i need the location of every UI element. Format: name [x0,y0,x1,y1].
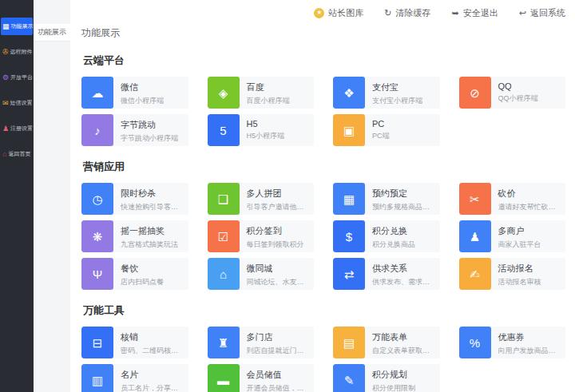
webmaster-gallery-link[interactable]: ★ 站长图库 [314,7,363,19]
avatar: ★ [314,8,324,18]
card-points-checkin[interactable]: ☑ 积分签到 每日签到领取积分 [208,220,315,252]
secondary-sidebar: 功能展示 [34,0,70,392]
card-text: 积分签到 每日签到领取积分 [240,220,307,252]
card-h5[interactable]: 5 H5 H5小程序端 [208,114,315,146]
sidebar-item-label: 远程附件 [10,48,33,56]
card-subtitle: 供求发布、需求匹配 [372,277,437,287]
card-points-rules[interactable]: ✎ 积分规划 积分使用限制 [333,364,440,392]
card-text: 多人拼团 引导客户邀请他人一起购买 [240,183,315,215]
card-text: 核销 密码、二维码核销自提订单 [113,327,188,358]
mail-icon: ✉ [2,100,9,107]
card-local-city[interactable]: ⌂ 微同城 同城论坛、水友交流 [208,258,315,290]
card-title: 多人拼团 [247,188,311,200]
subnav-tab-features[interactable]: 功能展示 [34,24,70,42]
card-shake-lottery[interactable]: ❋ 摇一摇抽奖 九宫格式抽奖玩法 [81,220,188,252]
card-redeem[interactable]: ⊟ 核销 密码、二维码核销自提订单 [81,327,188,358]
card-group-buy[interactable]: ❑ 多人拼团 引导客户邀请他人一起购买 [208,183,315,215]
card-subtitle: 开通会员储值，可余额支付 [247,383,311,392]
card-title: 百度 [247,81,290,93]
card-qq[interactable]: ⊘ QQ QQ小程序端 [459,77,566,109]
id-card-icon: ▥ [81,364,113,392]
card-wechat[interactable]: ☁ 微信 微信小程序端 [81,77,188,109]
card-subtitle: 向用户发放商品优惠券 [498,346,563,356]
signup-form-icon: ✍ [459,258,491,290]
card-grid-tools: ⊟ 核销 密码、二维码核销自提订单 ♜ 多门店 到店自提就近门店选择 [81,327,565,392]
card-coupon[interactable]: % 优惠券 向用户发放商品优惠券 [459,327,566,358]
card-event-signup[interactable]: ✍ 活动报名 活动报名审核 [459,258,566,290]
sidebar-item-label: 功能展示 [11,22,34,30]
section-cloud-platform: 云端平台 ☁ 微信 微信小程序端 ◈ 百度 [81,53,565,146]
swap-arrows-icon: ⇄ [333,258,365,290]
card-subtitle: 微信小程序端 [121,96,164,106]
card-flash-sale[interactable]: ◷ 限时秒杀 快速抢购引导客户更多消费 [81,183,188,215]
card-bargain[interactable]: ✂ 砍价 邀请好友帮忙砍价，带动新客 [459,183,566,215]
card-universal-form[interactable]: ▤ 万能表单 自定义表单获取用户信息 [333,327,440,358]
qq-icon: ⊘ [459,77,491,109]
card-booking[interactable]: ▦ 预约预定 预约多规格商品、预约选座 [333,183,440,215]
card-multi-store[interactable]: ♜ 多门店 到店自提就近门店选择 [208,327,315,358]
card-supply-demand[interactable]: ⇄ 供求关系 供求发布、需求匹配 [333,258,440,290]
card-subtitle: 店内扫码点餐 [121,277,164,287]
card-subtitle: 自定义表单获取用户信息 [372,346,437,356]
card-text: 积分兑换 积分兑换商品 [365,220,418,252]
card-text: 优惠券 向用户发放商品优惠券 [491,327,566,358]
card-subtitle: 引导客户邀请他人一起购买 [247,202,311,212]
sidebar-item-register-settings[interactable]: ♟ 注册设置 [1,120,33,137]
logout-icon: ➥ [452,9,459,18]
card-title: H5 [247,119,285,129]
refresh-icon: ↻ [384,9,391,18]
card-text: 餐饮 店内扫码点餐 [113,258,167,290]
user-icon: ♟ [2,125,9,133]
sidebar-item-back-home[interactable]: ⌂ 返回首页 [1,145,33,163]
card-points-exchange[interactable]: $ 积分兑换 积分兑换商品 [333,220,440,252]
safe-logout-link[interactable]: ➥ 安全退出 [452,7,498,19]
attachment-icon: ✇ [2,49,9,56]
card-subtitle: QQ小程序端 [498,93,538,104]
top-utility-bar: ★ 站长图库 ↻ 清除缓存 ➥ 安全退出 ↩ 返回系统 [81,6,565,19]
card-text: 预约预定 预约多规格商品、预约选座 [365,183,440,215]
card-text: 多商户 商家入驻平台 [491,220,545,252]
alarm-clock-icon: ◷ [81,183,113,215]
section-title-cloud: 云端平台 [83,53,565,68]
clear-cache-link[interactable]: ↻ 清除缓存 [384,7,430,19]
card-text: 限时秒杀 快速抢购引导客户更多消费 [113,183,188,215]
card-title: 万能表单 [372,331,437,343]
notebook-pencil-icon: ✎ [333,364,365,392]
html5-icon: 5 [208,114,240,146]
card-subtitle: 密码、二维码核销自提订单 [121,346,185,356]
card-multi-merchant[interactable]: ♟ 多商户 商家入驻平台 [459,220,566,252]
card-text: PC PC端 [365,114,393,146]
sidebar-item-remote-attachment[interactable]: ✇ 远程附件 [1,43,33,61]
card-bytedance[interactable]: ♪ 字节跳动 字节跳动小程序端 [81,114,188,146]
card-business-card[interactable]: ▥ 名片 员工名片，分享交流 [81,364,188,392]
return-system-link[interactable]: ↩ 返回系统 [519,7,565,19]
card-text: 供求关系 供求发布、需求匹配 [365,258,440,290]
building-icon: ⌂ [208,258,240,290]
sidebar-item-features[interactable]: ▦ 功能展示 [1,18,33,35]
card-member-stored-value[interactable]: ▬ 会员储值 开通会员储值，可余额支付 [208,364,315,392]
card-text: 活动报名 活动报名审核 [491,258,545,290]
return-arrow-icon: ↩ [519,9,526,18]
card-title: 会员储值 [247,369,311,381]
sidebar-item-sms-settings[interactable]: ✉ 短信设置 [1,94,33,112]
card-title: 名片 [121,369,185,381]
card-title: 限时秒杀 [121,188,185,200]
bank-card-icon: ▬ [208,364,240,392]
sidebar-item-label: 短信设置 [10,99,33,107]
card-baidu[interactable]: ◈ 百度 百度小程序端 [208,77,315,109]
sidebar-item-open-platform[interactable]: ⚙ 开放平台 [1,69,33,86]
card-dining[interactable]: Ψ 餐饮 店内扫码点餐 [81,258,188,290]
card-title: 摇一摇抽奖 [121,225,178,237]
card-subtitle: 每日签到领取积分 [247,240,304,250]
card-grid-marketing: ◷ 限时秒杀 快速抢购引导客户更多消费 ❑ 多人拼团 引导客户邀请他人一起购买 [81,183,565,290]
card-title: 优惠券 [498,331,563,343]
card-alipay[interactable]: ❖ 支付宝 支付宝小程序端 [333,77,440,109]
price-tag-icon: ✂ [459,183,491,215]
card-title: 微同城 [247,263,311,275]
primary-sidebar: ▦ 功能展示 ✇ 远程附件 ⚙ 开放平台 ✉ 短信设置 ♟ 注册设置 [0,0,34,392]
card-title: 供求关系 [372,263,437,275]
card-subtitle: 积分兑换商品 [372,240,415,250]
card-title: 积分签到 [247,225,304,237]
card-pc[interactable]: ▣ PC PC端 [333,114,440,146]
calendar-icon: ▦ [333,183,365,215]
